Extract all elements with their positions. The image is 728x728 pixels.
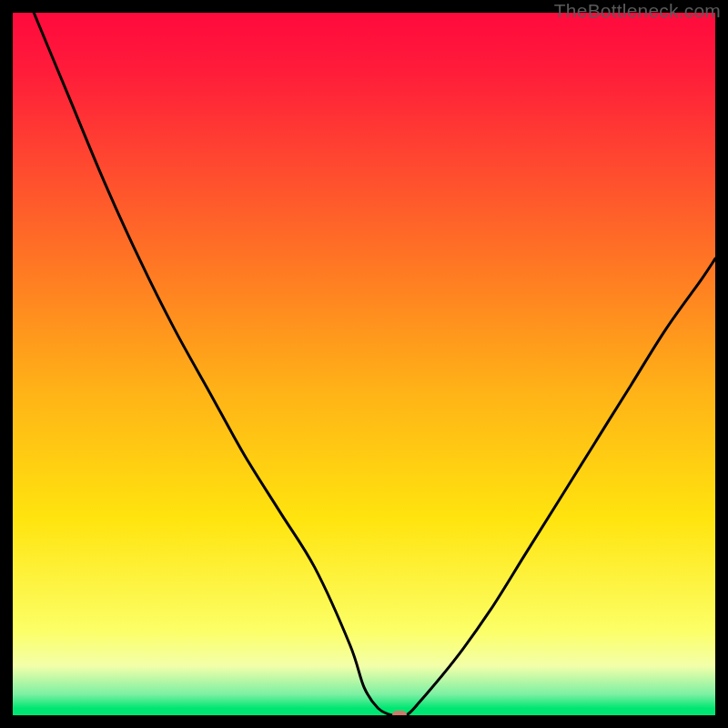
bottleneck-curve xyxy=(13,13,715,715)
chart-frame: TheBottleneck.com xyxy=(0,0,728,728)
plot-area xyxy=(13,13,715,715)
watermark-text: TheBottleneck.com xyxy=(554,0,721,22)
optimal-marker xyxy=(392,711,407,715)
